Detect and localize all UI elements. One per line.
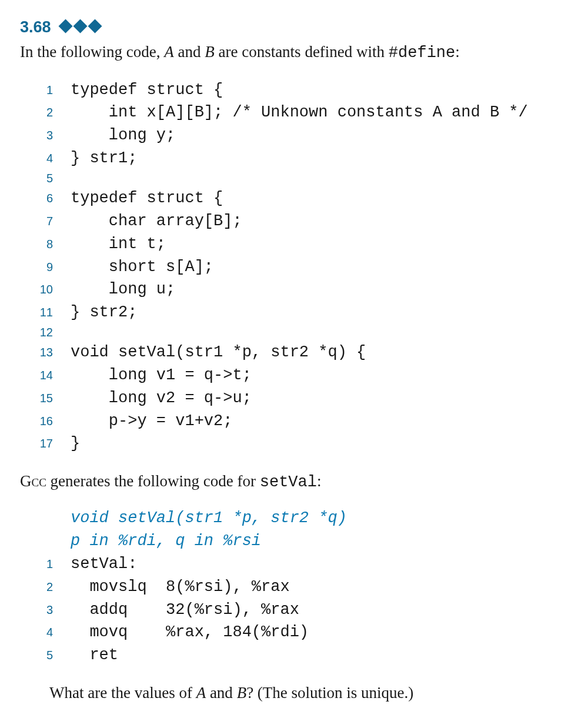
code-row: 6typedef struct { <box>20 187 568 210</box>
diamond-icon <box>74 19 88 33</box>
code-text: } str2; <box>71 301 568 324</box>
code-text: long v1 = q->t; <box>71 364 568 387</box>
text-italic-A: A <box>164 43 174 61</box>
code-inline-define: #define <box>389 44 455 62</box>
code-row: 2 movslq 8(%rsi), %rax <box>20 576 568 599</box>
line-number: 1 <box>20 82 71 99</box>
line-number: 14 <box>20 367 71 384</box>
code-text: movq %rax, 184(%rdi) <box>71 621 568 644</box>
line-number: 13 <box>20 344 71 361</box>
line-number: 9 <box>20 259 71 276</box>
code-text: long v2 = q->u; <box>71 387 568 410</box>
code-text: void setVal(str1 *p, str2 *q) { <box>71 341 568 364</box>
code-row: 15 long v2 = q->u; <box>20 387 568 410</box>
line-number: 16 <box>20 413 71 430</box>
c-code-block: 1typedef struct {2 int x[A][B]; /* Unkno… <box>20 79 568 456</box>
intro-text: In the following code, A and B are const… <box>20 41 568 65</box>
code-row: 1setVal: <box>20 553 568 576</box>
code-row: 17} <box>20 432 568 455</box>
line-number: 15 <box>20 390 71 407</box>
code-text: typedef struct { <box>71 79 568 102</box>
code-text: char array[B]; <box>71 210 568 233</box>
line-number: 10 <box>20 281 71 298</box>
code-text: long u; <box>71 278 568 301</box>
line-number: 2 <box>20 104 71 121</box>
code-text: movslq 8(%rsi), %rax <box>71 576 568 599</box>
code-row: 16 p->y = v1+v2; <box>20 410 568 433</box>
code-row: p in %rdi, q in %rsi <box>20 530 568 553</box>
code-text: typedef struct { <box>71 187 568 210</box>
code-row: 3 addq 32(%rsi), %rax <box>20 599 568 622</box>
code-row: 10 long u; <box>20 278 568 301</box>
code-row: 7 char array[B]; <box>20 210 568 233</box>
line-number: 2 <box>20 579 71 596</box>
text-italic-A: A <box>196 684 206 702</box>
text: : <box>455 43 460 61</box>
text: What are the values of <box>49 684 196 702</box>
text: In the following code, <box>20 43 164 61</box>
text-italic-B: B <box>237 684 247 702</box>
small-caps: cc <box>32 472 46 490</box>
code-text: setVal: <box>71 553 568 576</box>
problem-number: 3.68 <box>20 16 51 39</box>
code-row: void setVal(str1 *p, str2 *q) <box>20 507 568 530</box>
line-number: 8 <box>20 236 71 253</box>
code-row: 4 movq %rax, 184(%rdi) <box>20 621 568 644</box>
text: and <box>206 684 236 702</box>
line-number: 1 <box>20 556 71 573</box>
code-row: 3 long y; <box>20 124 568 147</box>
line-number: 6 <box>20 190 71 207</box>
code-row: 11} str2; <box>20 301 568 324</box>
code-row: 8 int t; <box>20 233 568 256</box>
text: G <box>20 472 32 490</box>
asm-code-block: void setVal(str1 *p, str2 *q)p in %rdi, … <box>20 507 568 667</box>
code-text: addq 32(%rsi), %rax <box>71 599 568 622</box>
problem-header: 3.68 <box>20 16 568 39</box>
mid-text: Gcc generates the following code for set… <box>20 470 568 494</box>
code-text: p->y = v1+v2; <box>71 410 568 433</box>
asm-comment: p in %rdi, q in %rsi <box>71 530 568 553</box>
diamond-icon <box>59 19 73 33</box>
line-number: 7 <box>20 213 71 230</box>
code-text: int x[A][B]; /* Unknown constants A and … <box>71 101 568 124</box>
line-number: 3 <box>20 602 71 619</box>
line-number: 4 <box>20 624 71 641</box>
text: and <box>174 43 205 61</box>
code-text: long y; <box>71 124 568 147</box>
code-inline-setval: setVal <box>260 473 317 491</box>
text: generates the following code for <box>46 472 260 490</box>
text-italic-B: B <box>205 43 215 61</box>
code-row: 13void setVal(str1 *p, str2 *q) { <box>20 341 568 364</box>
line-number: 5 <box>20 170 71 187</box>
difficulty-diamonds <box>61 21 100 31</box>
code-row: 5 <box>20 170 568 187</box>
code-row: 5 ret <box>20 644 568 667</box>
code-text: ret <box>71 644 568 667</box>
question-text: What are the values of A and B? (The sol… <box>49 682 568 704</box>
line-number: 17 <box>20 435 71 452</box>
code-row: 14 long v1 = q->t; <box>20 364 568 387</box>
text: : <box>317 472 322 490</box>
line-number: 5 <box>20 647 71 664</box>
code-text: short s[A]; <box>71 256 568 279</box>
code-row: 2 int x[A][B]; /* Unknown constants A an… <box>20 101 568 124</box>
code-text: } str1; <box>71 147 568 170</box>
line-number: 11 <box>20 304 71 321</box>
line-number: 3 <box>20 127 71 144</box>
text: ? (The solution is unique.) <box>246 684 413 702</box>
code-row: 1typedef struct { <box>20 79 568 102</box>
code-row: 9 short s[A]; <box>20 256 568 279</box>
line-number: 4 <box>20 150 71 167</box>
diamond-icon <box>88 19 102 33</box>
code-text: } <box>71 432 568 455</box>
code-row: 4} str1; <box>20 147 568 170</box>
asm-comment: void setVal(str1 *p, str2 *q) <box>71 507 568 530</box>
code-text: int t; <box>71 233 568 256</box>
code-row: 12 <box>20 324 568 341</box>
line-number: 12 <box>20 324 71 341</box>
text: are constants defined with <box>215 43 389 61</box>
